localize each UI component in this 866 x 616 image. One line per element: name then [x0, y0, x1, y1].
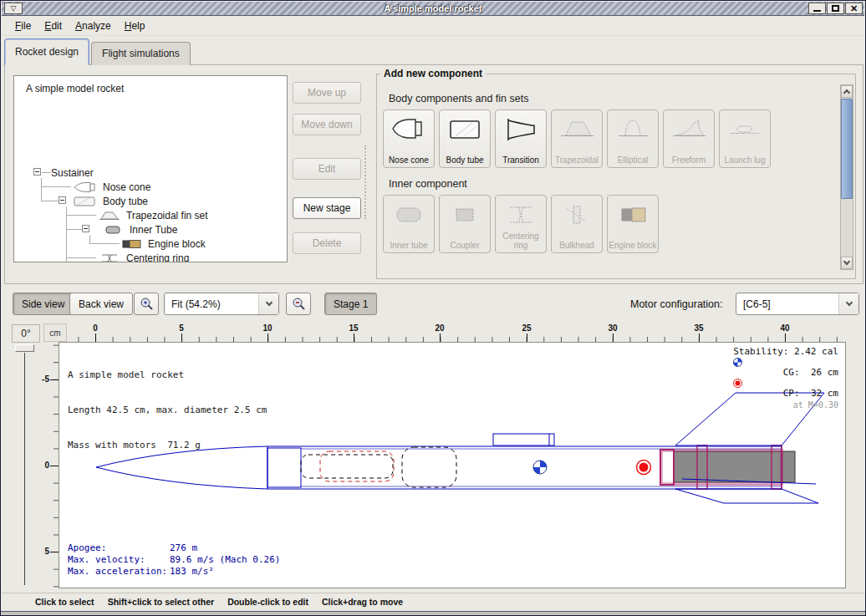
rocket-name: A simple model rocket [68, 369, 267, 381]
expander-body-tube[interactable] [59, 196, 66, 204]
expander-inner-tube[interactable] [82, 225, 89, 232]
motor-configuration-select[interactable]: [C6-5] [736, 293, 859, 315]
add-engine-block-button[interactable]: Engine block [607, 195, 659, 253]
launch-lug-shape[interactable] [493, 434, 554, 445]
tree-line [66, 229, 82, 230]
minimize-button[interactable] [808, 3, 826, 14]
transition-icon [502, 115, 540, 144]
add-nose-cone-button[interactable]: Nose cone [383, 109, 435, 168]
close-button[interactable]: ✕ [845, 3, 863, 14]
window-bottom-edge [1, 611, 865, 615]
add-component-group: Add new component Body components and fi… [376, 74, 856, 279]
close-icon: ✕ [850, 4, 858, 13]
menu-edit[interactable]: Edit [38, 18, 69, 34]
acceleration-value: 183 m/s² [170, 566, 214, 578]
velocity-label: Max. velocity: [68, 554, 170, 566]
menu-bar: File Edit Analyze Help [2, 16, 864, 36]
side-view-button[interactable]: Side view [13, 293, 74, 315]
tree-item-inner-tube[interactable]: Inner Tube [104, 222, 177, 237]
centering-ring-icon [502, 201, 540, 229]
inner-component-label: Inner component [389, 178, 467, 190]
tree-line [41, 201, 59, 201]
tree-item-body-tube[interactable]: Body tube [73, 194, 148, 208]
tree-item-centering-ring-1[interactable]: Centering ring [98, 251, 189, 262]
add-transition-button[interactable]: Transition [495, 109, 547, 168]
vertical-ruler: -5 0 5 [43, 342, 59, 588]
figure-toolbar: Side view Back view Fit (54.2%) Stage 1 … [2, 289, 864, 319]
add-coupler-button[interactable]: Coupler [439, 195, 491, 253]
apogee-value: 276 m [170, 542, 197, 554]
tree-line [89, 243, 120, 244]
stability-info: Stability: 2.42 cal CG: 26 cm CP: 32 cm … [733, 346, 838, 411]
menu-analyze[interactable]: Analyze [69, 18, 118, 34]
tree-line [66, 257, 96, 258]
motor-configuration-label: Motor configuration: [630, 298, 722, 310]
cg-marker [533, 461, 547, 474]
application-window: ▽ A simple model rocket ✕ File Edit Anal… [0, 0, 866, 616]
tab-strip: Rocket design Flight simulations [4, 38, 192, 65]
back-view-button[interactable]: Back view [69, 293, 133, 315]
ruler-unit-label: cm [43, 323, 67, 342]
menu-help[interactable]: Help [118, 18, 152, 34]
move-down-button[interactable]: Move down [293, 114, 361, 135]
expander-sustainer[interactable] [33, 168, 41, 176]
rotation-angle-box: 0° [12, 324, 40, 343]
component-scrollbar[interactable] [840, 84, 853, 270]
inner-tube-icon [104, 224, 123, 236]
tree-item-engine-block[interactable]: Engine block [121, 237, 206, 251]
add-inner-tube-button[interactable]: Inner tube [383, 195, 435, 253]
add-launch-lug-button[interactable]: Launch lug [719, 109, 771, 168]
add-body-tube-button[interactable]: Body tube [439, 109, 491, 168]
title-bar[interactable]: ▽ A simple model rocket ✕ [2, 2, 864, 16]
add-centering-ring-button[interactable]: Centering ring [495, 195, 547, 253]
rotation-slider-handle[interactable] [15, 344, 34, 352]
zoom-level-select[interactable]: Fit (54.2%) [164, 293, 279, 315]
hint-double-click: Double-click to edit [227, 597, 308, 607]
engine-block-shape[interactable] [660, 450, 674, 485]
tree-item-sustainer[interactable]: Sustainer [51, 165, 94, 180]
launch-lug-icon [726, 115, 764, 144]
component-tree[interactable]: A simple model rocket Sustainer Nose con… [13, 75, 288, 262]
nose-shoulder-shape[interactable] [267, 448, 301, 487]
acceleration-label: Max. acceleration: [68, 566, 170, 578]
add-bulkhead-button[interactable]: Bulkhead [551, 195, 603, 253]
shock-cord-shape[interactable] [301, 455, 393, 478]
add-trapezoidal-fin-button[interactable]: Trapezoidal [551, 109, 603, 168]
body-tube-icon [446, 115, 484, 144]
zoom-in-button[interactable] [134, 293, 159, 315]
new-stage-button[interactable]: New stage [293, 197, 361, 219]
zoom-out-button[interactable] [286, 293, 311, 315]
delete-button[interactable]: Delete [293, 232, 361, 254]
scroll-down-button[interactable] [841, 257, 853, 269]
add-elliptical-fin-button[interactable]: Elliptical [607, 109, 659, 168]
tree-item-rocket-root[interactable]: A simple model rocket [26, 81, 124, 95]
scroll-up-button[interactable] [841, 85, 853, 98]
maximize-button[interactable] [827, 3, 844, 14]
tree-line [66, 215, 96, 216]
edit-button[interactable]: Edit [293, 158, 361, 180]
parachute-shape[interactable] [320, 451, 394, 481]
horizontal-ruler: 0 5 10 15 20 25 30 35 40 [67, 323, 846, 342]
chevron-up-icon [843, 89, 850, 96]
tree-item-nose-cone[interactable]: Nose cone [73, 180, 150, 194]
engine-block-icon [121, 238, 143, 250]
scrollbar-thumb[interactable] [841, 99, 853, 199]
hint-click-drag: Click+drag to move [322, 597, 403, 607]
motor-shape[interactable] [674, 451, 795, 482]
hint-shift-click: Shift+click to select other [108, 597, 215, 607]
move-up-button[interactable]: Move up [293, 82, 361, 104]
tab-rocket-design[interactable]: Rocket design [4, 38, 89, 65]
wadding-shape[interactable] [402, 447, 456, 487]
magnifier-minus-icon [291, 297, 306, 312]
stage1-toggle-button[interactable]: Stage 1 [324, 293, 377, 315]
vertical-separator [364, 145, 366, 219]
body-tube-icon [73, 196, 98, 207]
add-freeform-fin-button[interactable]: Freeform [663, 109, 715, 168]
rocket-mass: Mass with motors 71.2 g [68, 440, 267, 451]
menu-file[interactable]: File [8, 18, 38, 34]
rocket-canvas[interactable]: A simple model rocket Length 42.5 cm, ma… [59, 342, 846, 588]
chevron-down-icon [843, 258, 850, 265]
tab-flight-simulations[interactable]: Flight simulations [91, 42, 191, 65]
hint-click-select: Click to select [35, 597, 94, 607]
tree-item-trapezoidal-fin-set[interactable]: Trapezoidal fin set [98, 208, 208, 222]
